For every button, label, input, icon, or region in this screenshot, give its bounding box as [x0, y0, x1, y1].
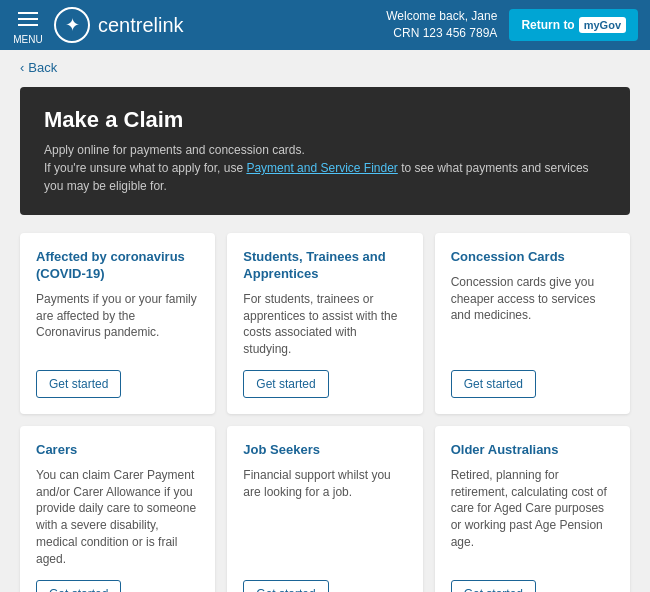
card-concession-title: Concession Cards: [451, 249, 614, 266]
back-label: Back: [28, 60, 57, 75]
return-to-mygov-button[interactable]: Return to myGov: [509, 9, 638, 41]
welcome-name: Welcome back, Jane: [386, 8, 497, 25]
card-students: Students, Trainees and ApprenticesFor st…: [227, 233, 422, 414]
hero-description: Apply online for payments and concession…: [44, 141, 606, 195]
menu-button[interactable]: MENU: [12, 6, 44, 45]
header-right: Welcome back, Jane CRN 123 456 789A Retu…: [386, 8, 638, 42]
return-label: Return to: [521, 18, 574, 32]
back-link[interactable]: ‹ Back: [20, 60, 630, 75]
card-students-get-started-button[interactable]: Get started: [243, 370, 328, 398]
card-older-description: Retired, planning for retirement, calcul…: [451, 467, 614, 568]
card-older-title: Older Australians: [451, 442, 614, 459]
card-older-get-started-button[interactable]: Get started: [451, 580, 536, 592]
card-jobseekers-title: Job Seekers: [243, 442, 406, 459]
back-chevron-icon: ‹: [20, 60, 24, 75]
cards-grid: Affected by coronavirus (COVID-19)Paymen…: [20, 233, 630, 592]
header-left: MENU ✦ centrelink: [12, 6, 184, 45]
card-covid-title: Affected by coronavirus (COVID-19): [36, 249, 199, 283]
hero-title: Make a Claim: [44, 107, 606, 133]
card-jobseekers: Job SeekersFinancial support whilst you …: [227, 426, 422, 592]
card-carers-title: Carers: [36, 442, 199, 459]
card-concession: Concession CardsConcession cards give yo…: [435, 233, 630, 414]
card-students-title: Students, Trainees and Apprentices: [243, 249, 406, 283]
hero-banner: Make a Claim Apply online for payments a…: [20, 87, 630, 215]
header: MENU ✦ centrelink Welcome back, Jane CRN…: [0, 0, 650, 50]
card-covid: Affected by coronavirus (COVID-19)Paymen…: [20, 233, 215, 414]
card-concession-get-started-button[interactable]: Get started: [451, 370, 536, 398]
centrelink-logo-icon: ✦: [54, 7, 90, 43]
mygov-logo: myGov: [579, 17, 626, 33]
logo-area: ✦ centrelink: [54, 7, 184, 43]
card-carers-description: You can claim Carer Payment and/or Carer…: [36, 467, 199, 568]
centrelink-logo-text: centrelink: [98, 14, 184, 37]
card-jobseekers-get-started-button[interactable]: Get started: [243, 580, 328, 592]
card-covid-get-started-button[interactable]: Get started: [36, 370, 121, 398]
card-carers-get-started-button[interactable]: Get started: [36, 580, 121, 592]
main-content: ‹ Back Make a Claim Apply online for pay…: [0, 50, 650, 592]
card-concession-description: Concession cards give you cheaper access…: [451, 274, 614, 358]
card-jobseekers-description: Financial support whilst you are looking…: [243, 467, 406, 568]
card-carers: CarersYou can claim Carer Payment and/or…: [20, 426, 215, 592]
hamburger-icon: [12, 6, 44, 32]
payment-finder-link[interactable]: Payment and Service Finder: [246, 161, 397, 175]
menu-label: MENU: [13, 34, 42, 45]
card-covid-description: Payments if you or your family are affec…: [36, 291, 199, 358]
card-older: Older AustraliansRetired, planning for r…: [435, 426, 630, 592]
card-students-description: For students, trainees or apprentices to…: [243, 291, 406, 358]
welcome-text: Welcome back, Jane CRN 123 456 789A: [386, 8, 497, 42]
crn-text: CRN 123 456 789A: [386, 25, 497, 42]
